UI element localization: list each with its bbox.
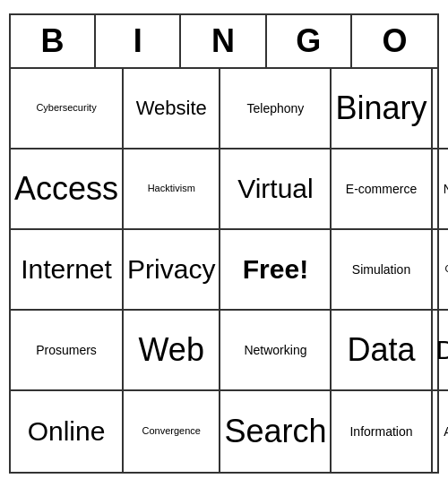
bingo-cell-23: Information <box>332 391 432 472</box>
bingo-cell-16: Web <box>124 311 220 391</box>
header-letter-i: I <box>96 15 181 67</box>
bingo-cell-12: Free! <box>220 230 332 311</box>
bingo-cell-24: Algorithms <box>433 391 448 472</box>
bingo-cell-20: Online <box>11 391 124 472</box>
bingo-cell-17: Networking <box>220 311 332 391</box>
header-letter-n: N <box>181 15 266 67</box>
header-letter-b: B <box>11 15 96 67</box>
bingo-cell-5: Access <box>11 150 124 230</box>
bingo-cell-2: Telephony <box>220 69 332 150</box>
bingo-cell-19: Digital <box>433 311 448 391</box>
bingo-cell-8: E-commerce <box>332 150 432 230</box>
bingo-cell-6: Hacktivism <box>124 150 220 230</box>
bingo-cell-15: Prosumers <box>11 311 124 391</box>
bingo-cell-0: Cybersecurity <box>11 69 124 150</box>
bingo-header: BINGO <box>11 15 437 69</box>
bingo-cell-11: Privacy <box>124 230 220 311</box>
header-letter-o: O <box>352 15 437 67</box>
bingo-cell-7: Virtual <box>220 150 332 230</box>
bingo-cell-1: Website <box>124 69 220 150</box>
bingo-cell-3: Binary <box>332 69 432 150</box>
bingo-cell-10: Internet <box>11 230 124 311</box>
bingo-grid: CybersecurityWebsiteTelephonyBinaryInter… <box>11 69 437 472</box>
bingo-cell-22: Search <box>220 391 332 472</box>
bingo-cell-9: Networked <box>433 150 448 230</box>
bingo-card: BINGO CybersecurityWebsiteTelephonyBinar… <box>9 13 439 474</box>
bingo-cell-18: Data <box>332 311 432 391</box>
bingo-cell-21: Convergence <box>124 391 220 472</box>
bingo-cell-14: Globalization <box>433 230 448 311</box>
bingo-cell-4: Interactive <box>433 69 448 150</box>
header-letter-g: G <box>267 15 352 67</box>
bingo-cell-13: Simulation <box>332 230 432 311</box>
